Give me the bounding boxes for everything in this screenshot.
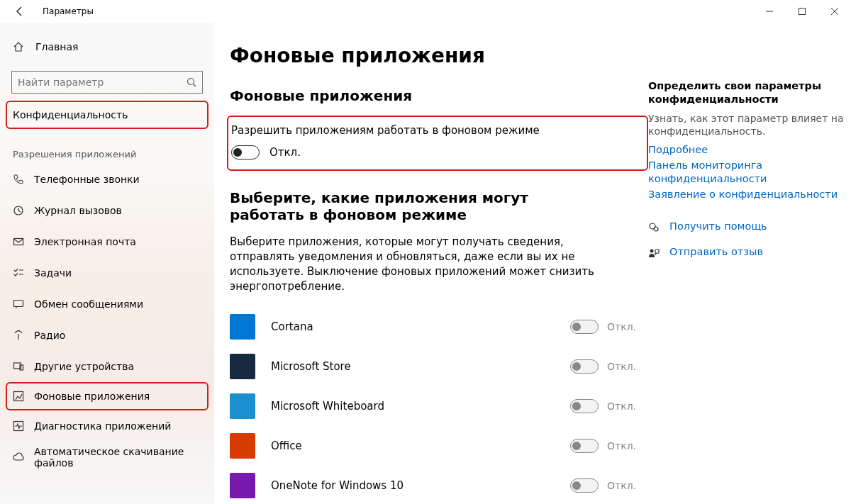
description: Выберите приложения, которые могут получ… [230,235,599,294]
sidebar-item-background-apps-highlight[interactable]: Фоновые приложения [6,382,208,410]
sidebar-item-label: Радио [34,330,65,341]
feedback-label: Отправить отзыв [669,245,763,259]
cloud-icon [13,452,24,463]
sidebar-item-label: Журнал вызовов [34,205,122,216]
sidebar-item-radio[interactable]: Радио [0,320,214,351]
app-toggle-state: Откл. [607,480,636,491]
phone-icon [13,174,24,185]
link-more[interactable]: Подробнее [648,143,845,157]
sidebar-item-app-diagnostics[interactable]: Диагностика приложений [0,410,214,442]
content: Фоновые приложения Фоновые приложения Ра… [230,44,648,504]
master-toggle-label: Разрешить приложениям работать в фоновом… [231,124,637,137]
section-app-permissions: Разрешения приложений [0,138,214,164]
app-toggle[interactable] [570,439,599,453]
back-button[interactable] [11,3,28,20]
svg-line-3 [194,84,196,87]
right-panel: Определить свои параметры конфиденциальн… [648,44,845,504]
background-apps-icon [13,391,24,402]
diagnostics-icon [13,420,24,432]
app-row: Microsoft StoreОткл. [230,347,648,386]
sidebar-item-messaging[interactable]: Обмен сообщениями [0,289,214,320]
app-row: OfficeОткл. [230,426,648,466]
sidebar-item-call-history[interactable]: Журнал вызовов [0,195,214,226]
maximize-button[interactable] [786,0,818,23]
sidebar-item-label: Задачи [34,267,72,279]
app-name: Microsoft Store [271,360,570,373]
feedback-link[interactable]: Отправить отзыв [648,245,845,261]
sidebar-privacy-highlight[interactable]: Конфиденциальность [6,101,208,129]
right-text: Узнать, как этот параметр влияет на конф… [648,112,845,138]
app-icon [230,433,255,459]
mail-icon [13,236,24,247]
app-icon [230,314,255,340]
link-dashboard[interactable]: Панель мониторинга конфиденциальности [648,159,845,186]
app-toggle[interactable] [570,320,599,334]
sidebar-item-auto-downloads[interactable]: Автоматическое скачивание файлов [0,442,214,473]
app-toggle-state: Откл. [607,440,636,452]
sidebar-item-tasks[interactable]: Задачи [0,257,214,289]
search-input[interactable] [18,77,187,88]
app-row: OneNote for Windows 10Откл. [230,466,648,504]
svg-rect-1 [799,9,806,15]
app-name: Office [271,439,570,452]
sidebar-item-label: Автоматическое скачивание файлов [34,446,214,469]
privacy-label: Конфиденциальность [13,109,128,121]
help-icon [648,222,660,233]
right-heading: Определить свои параметры конфиденциальн… [648,79,845,106]
help-link[interactable]: Получить помощь [648,220,845,235]
svg-point-2 [188,79,194,85]
sidebar-item-label: Другие устройства [34,361,134,372]
svg-rect-8 [20,365,23,370]
sidebar-item-label: Диагностика приложений [34,420,171,432]
app-name: Cortana [271,320,570,333]
svg-rect-9 [14,392,23,401]
section-heading-choose: Выберите, какие приложения могут работат… [230,189,563,223]
app-icon [230,354,255,379]
sidebar-item-label: Обмен сообщениями [34,298,143,310]
help-label: Получить помощь [669,220,767,234]
app-icon [230,393,255,419]
link-statement[interactable]: Заявление о конфиденциальности [648,188,845,202]
svg-point-12 [654,227,658,231]
sidebar-item-label: Электронная почта [34,236,136,247]
sidebar-item-other-devices[interactable]: Другие устройства [0,351,214,382]
app-name: OneNote for Windows 10 [271,479,570,492]
clock-icon [13,205,24,216]
app-row: Microsoft WhiteboardОткл. [230,386,648,426]
minimize-button[interactable] [753,0,786,23]
sidebar-item-label: Телефонные звонки [34,174,140,185]
app-toggle-state: Откл. [607,321,636,332]
radio-icon [13,330,24,341]
search-box[interactable] [11,71,203,94]
home-icon [13,41,24,52]
sidebar-item-label: Фоновые приложения [34,391,150,402]
app-name: Microsoft Whiteboard [271,400,570,413]
devices-icon [13,361,24,372]
app-toggle[interactable] [570,478,599,493]
close-button[interactable] [818,0,851,23]
window-title: Параметры [43,6,753,16]
home-nav[interactable]: Главная [0,33,214,61]
sidebar: Главная Конфиденциальность Разрешения пр… [0,23,214,504]
home-label: Главная [35,41,78,52]
sidebar-item-email[interactable]: Электронная почта [0,226,214,257]
checklist-icon [13,267,24,279]
app-toggle[interactable] [570,399,599,413]
search-icon [187,77,196,87]
app-toggle-state: Откл. [607,401,636,412]
master-toggle-highlight: Разрешить приложениям работать в фоновом… [227,116,648,171]
section-heading-bg-apps: Фоновые приложения [230,87,648,104]
sidebar-item-phone-calls[interactable]: Телефонные звонки [0,164,214,195]
titlebar: Параметры [0,0,851,23]
master-toggle[interactable] [231,145,260,159]
svg-point-13 [650,249,654,252]
app-toggle[interactable] [570,359,599,374]
page-title: Фоновые приложения [230,44,648,67]
app-toggle-state: Откл. [607,361,636,372]
app-row: CortanaОткл. [230,307,648,347]
app-icon [230,473,255,498]
master-toggle-state: Откл. [269,146,301,159]
feedback-icon [648,247,660,259]
svg-rect-6 [14,301,23,307]
message-icon [13,298,24,310]
